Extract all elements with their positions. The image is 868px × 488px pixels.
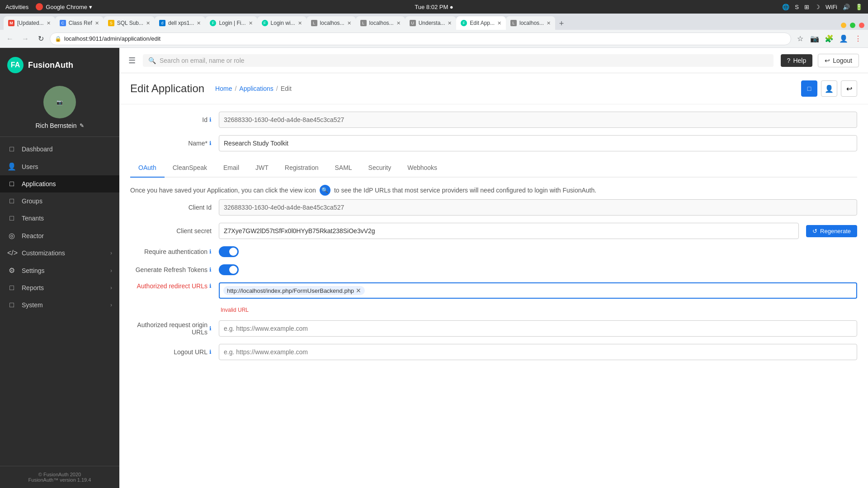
tab-localhost1-close[interactable]: ✕	[347, 20, 351, 26]
tab-sql-close[interactable]: ✕	[146, 20, 150, 26]
tab-oauth[interactable]: OAuth	[130, 159, 165, 178]
tab-gmail-close[interactable]: ✕	[47, 20, 51, 26]
tab-loginwi[interactable]: F Login wi... ✕	[257, 16, 307, 30]
sidebar-toggle-icon[interactable]: ☰	[128, 56, 136, 66]
sidebar-item-customizations[interactable]: </> Customizations ›	[0, 244, 119, 262]
logout-url-input[interactable]	[219, 344, 857, 360]
tab-dell-close[interactable]: ✕	[197, 20, 201, 26]
customizations-icon: </>	[7, 249, 16, 257]
tab-security[interactable]: Security	[360, 159, 400, 178]
help-button[interactable]: ? Help	[781, 54, 813, 67]
applications-icon: □	[7, 180, 16, 188]
activities-label[interactable]: Activities	[5, 4, 28, 10]
tab-localhost2[interactable]: L localhos... ✕	[356, 16, 405, 30]
back-action-button[interactable]: ↩	[841, 80, 857, 97]
tab-localhost2-close[interactable]: ✕	[396, 20, 401, 26]
logout-button[interactable]: ↩ Logout	[818, 54, 859, 67]
tab-login1-label: Login | Fi...	[219, 20, 245, 26]
breadcrumb-applications[interactable]: Applications	[239, 85, 274, 92]
minimize-btn[interactable]	[841, 23, 846, 28]
tab-localhost1[interactable]: L localhos... ✕	[307, 16, 356, 30]
redirect-urls-info-icon[interactable]: ℹ	[209, 283, 212, 289]
url-tag-remove-button[interactable]: ✕	[356, 287, 361, 294]
new-tab-button[interactable]: +	[555, 17, 568, 30]
origin-urls-info-icon[interactable]: ℹ	[209, 325, 212, 332]
sidebar-item-reactor[interactable]: ◎ Reactor	[0, 227, 119, 244]
name-input[interactable]	[219, 135, 857, 151]
reload-button[interactable]: ↻	[34, 33, 47, 45]
sidebar-item-groups[interactable]: □ Groups	[0, 192, 119, 210]
redirect-url-new-input[interactable]	[368, 287, 853, 294]
sidebar-item-system[interactable]: □ System ›	[0, 296, 119, 314]
tab-localhost1-label: localhos...	[320, 20, 344, 26]
tab-classref[interactable]: C Class Ref ✕	[55, 16, 104, 30]
redirect-url-tag-input[interactable]: http://localhost/index.php/FormUserBacke…	[219, 282, 857, 299]
tab-registration[interactable]: Registration	[277, 159, 327, 178]
logout-url-info-icon[interactable]: ℹ	[209, 349, 212, 355]
name-field-row: Name* ℹ	[130, 135, 857, 151]
address-bar[interactable]: 🔒 localhost:9011/admin/application/edit	[50, 33, 791, 45]
back-button[interactable]: ←	[4, 33, 16, 45]
tab-classref-close[interactable]: ✕	[95, 20, 99, 26]
tab-dell[interactable]: d dell xps1... ✕	[155, 16, 205, 30]
tab-gmail-label: [Updated...	[17, 20, 44, 26]
name-info-icon[interactable]: ℹ	[209, 140, 212, 146]
client-secret-input[interactable]	[219, 223, 799, 239]
view-idp-icon[interactable]: 🔍	[320, 185, 330, 196]
id-input[interactable]	[219, 112, 857, 128]
bookmark-button[interactable]: ☆	[794, 33, 807, 45]
logout-url-label: Logout URL ℹ	[130, 348, 212, 356]
close-btn[interactable]	[859, 23, 864, 28]
profile-button[interactable]: 👤	[837, 33, 850, 45]
sidebar-item-applications[interactable]: □ Applications	[0, 175, 119, 192]
tab-localhost3[interactable]: L localhos... ✕	[506, 16, 555, 30]
sidebar-item-dashboard[interactable]: □ Dashboard	[0, 141, 119, 158]
origin-url-input[interactable]	[219, 320, 857, 337]
id-info-icon[interactable]: ℹ	[209, 117, 212, 123]
regenerate-button[interactable]: ↺ Regenerate	[806, 225, 857, 237]
view-button[interactable]: □	[801, 80, 817, 97]
gen-refresh-toggle[interactable]	[219, 264, 239, 275]
tab-jwt[interactable]: JWT	[247, 159, 277, 178]
sidebar-logo: FA FusionAuth	[0, 48, 119, 80]
gen-refresh-info-icon[interactable]: ℹ	[209, 267, 212, 273]
dashboard-icon: □	[7, 145, 16, 153]
tab-sql[interactable]: S SQL Sub... ✕	[104, 16, 155, 30]
tab-login1[interactable]: F Login | Fi... ✕	[205, 16, 257, 30]
user-action-button[interactable]: 👤	[821, 80, 837, 97]
breadcrumb-home[interactable]: Home	[215, 85, 232, 92]
tab-editapp-close[interactable]: ✕	[497, 20, 501, 26]
tab-localhost3-close[interactable]: ✕	[547, 20, 551, 26]
client-id-input[interactable]	[219, 199, 857, 216]
forward-button[interactable]: →	[19, 33, 32, 45]
tab-cleanspeak[interactable]: CleanSpeak	[165, 159, 215, 178]
volume-icon: 🔊	[843, 4, 850, 10]
sidebar-item-reports[interactable]: □ Reports ›	[0, 279, 119, 296]
search-icon: 🔍	[148, 57, 156, 64]
chrome-app-label[interactable]: Google Chrome ▾	[36, 3, 92, 10]
logo-text: FusionAuth	[28, 61, 73, 70]
user-edit-icon[interactable]: ✎	[80, 122, 84, 129]
tab-saml[interactable]: SAML	[326, 159, 360, 178]
tab-understa-close[interactable]: ✕	[448, 20, 452, 26]
form-area: Id ℹ Name* ℹ	[119, 104, 868, 375]
maximize-btn[interactable]	[850, 23, 855, 28]
require-auth-info-icon[interactable]: ℹ	[209, 249, 212, 255]
extensions-button[interactable]: 🧩	[823, 33, 835, 45]
tab-editapp[interactable]: F Edit App... ✕	[456, 16, 506, 30]
require-auth-toggle[interactable]	[219, 246, 239, 257]
sidebar-item-users[interactable]: 👤 Users	[0, 158, 119, 175]
tab-email[interactable]: Email	[215, 159, 247, 178]
gen-refresh-label: Generate Refresh Tokens ℹ	[130, 266, 212, 273]
menu-button[interactable]: ⋮	[852, 33, 864, 45]
tab-understa[interactable]: U Understa... ✕	[405, 16, 457, 30]
screenshot-button[interactable]: 📷	[808, 33, 821, 45]
search-bar[interactable]: 🔍 Search on email, name or role	[143, 54, 774, 67]
sidebar-item-label-dashboard: Dashboard	[22, 145, 112, 153]
tab-login1-close[interactable]: ✕	[249, 20, 253, 26]
tab-gmail[interactable]: M [Updated... ✕	[4, 16, 55, 30]
tab-loginwi-close[interactable]: ✕	[298, 20, 302, 26]
tab-webhooks[interactable]: Webhooks	[399, 159, 445, 178]
sidebar-item-tenants[interactable]: □ Tenants	[0, 210, 119, 227]
sidebar-item-settings[interactable]: ⚙ Settings ›	[0, 262, 119, 279]
